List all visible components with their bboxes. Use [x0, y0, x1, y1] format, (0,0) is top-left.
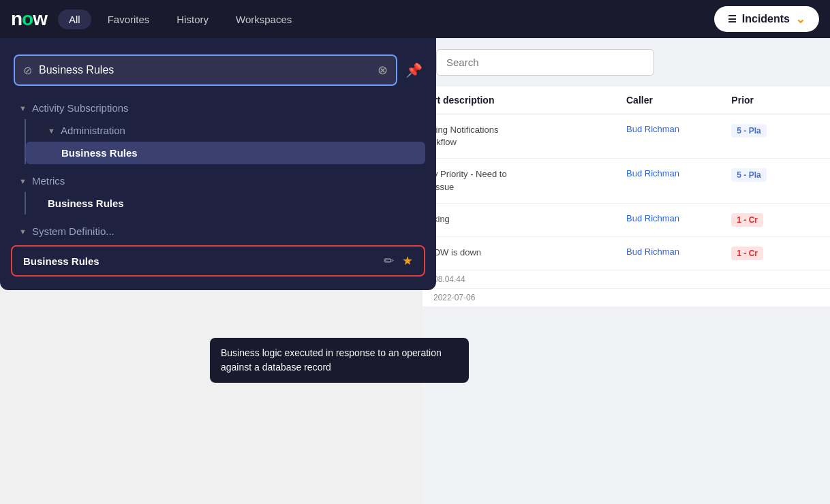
search-input[interactable] [39, 64, 371, 76]
chevron-down-icon: ▼ [19, 227, 27, 236]
metrics-branch: Business Rules [11, 192, 425, 215]
date-row-2: 2022-07-06 [422, 289, 830, 307]
row2-priority: 5 - Pla [731, 168, 819, 182]
nav-tab-workspaces[interactable]: Workspaces [225, 10, 303, 29]
table-header: rt description Caller Prior [422, 86, 830, 114]
chevron-down-icon: ▼ [48, 127, 55, 135]
nav-tab-history[interactable]: History [166, 10, 219, 29]
metrics-label: Metrics [32, 175, 65, 187]
table-row[interactable]: OW is down Bud Richman 1 - Cr [422, 237, 830, 270]
star-icon[interactable]: ★ [402, 253, 413, 268]
nav-tab-favorites[interactable]: Favorites [97, 10, 161, 29]
business-rules-last-item[interactable]: Business Rules ✏ ★ [11, 245, 425, 277]
edit-icon[interactable]: ✏ [384, 253, 394, 268]
row2-caller[interactable]: Bud Richman [626, 168, 731, 178]
menu-icon: ☰ [728, 14, 737, 25]
business-rules-label: Business Rules [61, 147, 138, 159]
row4-description: OW is down [433, 247, 626, 259]
row3-caller[interactable]: Bud Richman [626, 213, 731, 223]
incidents-button[interactable]: ☰ Incidents ⌄ [714, 6, 819, 32]
section-administration[interactable]: ▼ Administration [26, 119, 425, 142]
section-label: Activity Subscriptions [32, 102, 129, 114]
navbar: now All Favorites History Workspaces ☰ I… [0, 0, 830, 38]
filter-icon: ⊘ [23, 64, 32, 77]
last-item-icons: ✏ ★ [384, 253, 413, 268]
search-input-wrapper[interactable]: ⊘ ⊗ [14, 54, 397, 86]
admin-label: Administration [61, 125, 125, 136]
metrics-content: Business Rules [26, 192, 425, 215]
priority-badge: 5 - Pla [731, 168, 766, 182]
priority-badge: 5 - Pla [731, 124, 766, 138]
business-rules-metrics-item[interactable]: Business Rules [26, 192, 425, 215]
table-row[interactable]: ting Notificationsrkflow Bud Richman 5 -… [422, 114, 830, 159]
incidents-table: rt description Caller Prior ting Notific… [422, 86, 830, 307]
row1-caller[interactable]: Bud Richman [626, 124, 731, 134]
incidents-search-bar [422, 38, 830, 86]
nav-tab-all[interactable]: All [58, 10, 91, 29]
business-rules-admin-item[interactable]: Business Rules [26, 142, 425, 164]
tooltip: Business logic executed in response to a… [210, 338, 469, 383]
logo: now [11, 8, 47, 30]
chevron-down-icon: ▼ [19, 104, 27, 112]
dropdown-panel: ⊘ ⊗ 📌 ▼ Activity Subscriptions ▼ Adminis… [0, 38, 436, 290]
priority-badge-critical: 1 - Cr [731, 247, 763, 260]
row3-description: king [433, 213, 626, 225]
chevron-down-icon: ⌄ [795, 12, 805, 27]
col-header-priority: Prior [731, 95, 819, 106]
date-row-1: 08.04.44 [422, 270, 830, 289]
clear-icon[interactable]: ⊗ [378, 63, 388, 78]
pin-icon[interactable]: 📌 [405, 62, 422, 78]
tree-section: ▼ Activity Subscriptions ▼ Administratio… [0, 97, 436, 242]
row4-priority: 1 - Cr [731, 247, 819, 260]
incidents-search-input[interactable] [436, 49, 654, 76]
row1-description: ting Notificationsrkflow [433, 124, 626, 148]
row3-priority: 1 - Cr [731, 213, 819, 227]
row1-priority: 5 - Pla [731, 124, 819, 138]
section-system-definition[interactable]: ▼ System Definitio... [11, 220, 425, 242]
system-def-label: System Definitio... [32, 225, 114, 237]
incidents-area: rt description Caller Prior ting Notific… [422, 38, 830, 504]
tooltip-text: Business logic executed in response to a… [221, 347, 442, 373]
business-rules-metrics-label: Business Rules [48, 198, 124, 209]
table-row[interactable]: king Bud Richman 1 - Cr [422, 204, 830, 237]
incidents-label: Incidents [742, 13, 790, 25]
col-header-caller: Caller [626, 95, 731, 106]
section-activity-subscriptions[interactable]: ▼ Activity Subscriptions [11, 97, 425, 119]
section-metrics[interactable]: ▼ Metrics [11, 170, 425, 192]
priority-badge-critical: 1 - Cr [731, 213, 763, 227]
admin-branch: ▼ Administration Business Rules [11, 119, 425, 164]
main-area: rt description Caller Prior ting Notific… [0, 38, 830, 504]
row2-description: v Priority - Need toissue [433, 168, 626, 193]
search-box-container: ⊘ ⊗ 📌 [0, 38, 436, 97]
col-header-description: rt description [433, 95, 626, 106]
chevron-down-icon: ▼ [19, 177, 27, 185]
last-item-label: Business Rules [23, 255, 99, 267]
table-row[interactable]: v Priority - Need toissue Bud Richman 5 … [422, 159, 830, 203]
admin-content: ▼ Administration Business Rules [26, 119, 425, 164]
row4-caller[interactable]: Bud Richman [626, 247, 731, 257]
